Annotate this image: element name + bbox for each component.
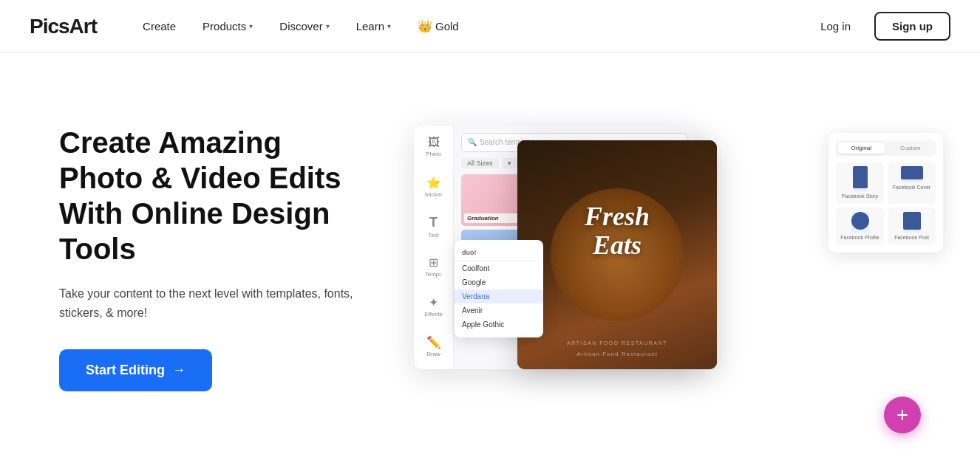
products-chevron-icon: ▾	[249, 22, 253, 30]
size-card-fb-profile[interactable]: Facebook Profile	[836, 208, 884, 245]
hero-section: Create Amazing Photo & Video Edits With …	[0, 53, 980, 463]
size-card-fb-post[interactable]: Facebook Post	[888, 208, 936, 245]
fab-button[interactable]: +	[884, 397, 921, 433]
canvas-text-overlay: Fresh Eats	[585, 202, 650, 261]
size-tab-custom[interactable]: Custom	[888, 143, 934, 154]
svg-rect-3	[903, 212, 921, 230]
svg-rect-2	[851, 212, 869, 230]
gold-crown-icon: 👑	[418, 19, 432, 33]
hero-image: 🖼 Photo ⭐ Sticker T Text ⊞ Templ.	[414, 126, 921, 391]
nav-learn-label: Learn	[356, 20, 384, 32]
discover-chevron-icon: ▾	[326, 22, 330, 30]
nav-discover[interactable]: Discover ▾	[269, 14, 339, 38]
sidebar-draw-icon[interactable]: ✏️ Draw	[420, 332, 448, 360]
size-card-fb-cover[interactable]: Facebook Cover	[888, 162, 936, 204]
font-item-google[interactable]: Google	[455, 275, 543, 289]
signup-button[interactable]: Sign up	[874, 12, 950, 41]
editor-mockup: 🖼 Photo ⭐ Sticker T Text ⊞ Templ.	[414, 126, 921, 391]
canvas-title: Fresh Eats	[585, 202, 650, 261]
canvas-panel: Fresh Eats Artisan Food Restaurant ARTIS…	[517, 140, 717, 369]
sizes-toolbar: Original Custom	[836, 140, 936, 156]
nav-links: Create Products ▾ Discover ▾ Learn ▾ 👑 G…	[132, 13, 806, 39]
size-icon-fb-post	[903, 212, 921, 233]
canvas-title-line1: Fresh	[585, 202, 650, 232]
canvas-background: Fresh Eats Artisan Food Restaurant ARTIS…	[517, 140, 717, 369]
cta-label: Start Editing	[86, 363, 165, 378]
font-panel-header: duo!	[455, 246, 543, 261]
logo-part2: Art	[69, 15, 97, 38]
login-button[interactable]: Log in	[806, 13, 865, 39]
font-item-avenir[interactable]: Avenir	[455, 303, 543, 318]
sizes-panel: Original Custom Facebook Story Fa	[828, 133, 943, 253]
hero-title: Create Amazing Photo & Video Edits With …	[59, 125, 370, 267]
sidebar-template-icon[interactable]: ⊞ Templ.	[420, 253, 448, 281]
sizes-grid: Facebook Story Facebook Cover Facebook P…	[836, 162, 936, 246]
nav-discover-label: Discover	[279, 20, 322, 32]
size-icon-fb-profile	[851, 212, 869, 233]
editor-sidebar: 🖼 Photo ⭐ Sticker T Text ⊞ Templ.	[414, 126, 454, 369]
size-icon-fb-story	[853, 166, 868, 191]
nav-products-label: Products	[203, 20, 246, 32]
canvas-restaurant-label: Artisan Food Restaurant	[576, 351, 658, 357]
nav-products[interactable]: Products ▾	[192, 14, 263, 38]
navigation: PicsArt Create Products ▾ Discover ▾ Lea…	[0, 0, 980, 53]
size-card-fb-story[interactable]: Facebook Story	[836, 162, 884, 204]
learn-chevron-icon: ▾	[387, 22, 391, 30]
canvas-title-line2: Eats	[585, 232, 650, 261]
start-editing-button[interactable]: Start Editing →	[59, 349, 212, 391]
nav-actions: Log in Sign up	[806, 12, 950, 41]
font-dropdown-panel: duo! Coolfont Google Verdana Avenir Appl…	[455, 240, 543, 337]
hero-subtitle: Take your content to the next level with…	[59, 284, 370, 322]
logo-part1: Pics	[30, 15, 69, 38]
filter-chip-allsizes[interactable]: All Sizes	[461, 158, 499, 168]
font-item-verdana[interactable]: Verdana	[455, 289, 543, 303]
sidebar-effects-icon[interactable]: ✦ Effects	[420, 292, 448, 320]
cta-arrow-icon: →	[172, 363, 186, 378]
size-tab-original[interactable]: Original	[838, 143, 885, 154]
hero-text: Create Amazing Photo & Video Edits With …	[59, 125, 370, 391]
sidebar-sticker-icon[interactable]: ⭐ Sticker	[420, 173, 448, 201]
nav-create-label: Create	[143, 20, 176, 32]
svg-rect-0	[853, 166, 868, 188]
font-item-applegothic[interactable]: Apple Gothic	[455, 318, 543, 332]
nav-learn[interactable]: Learn ▾	[346, 14, 401, 38]
svg-rect-1	[901, 166, 923, 179]
size-icon-fb-cover	[901, 166, 923, 182]
nav-gold-label: Gold	[435, 20, 459, 32]
logo[interactable]: PicsArt	[30, 15, 97, 38]
font-item-coolfont[interactable]: Coolfont	[455, 261, 543, 275]
canvas-subtitle-text: ARTISAN FOOD RESTAURANT	[567, 340, 667, 346]
nav-create[interactable]: Create	[132, 14, 186, 38]
sidebar-photo-icon[interactable]: 🖼 Photo	[420, 133, 448, 161]
nav-gold[interactable]: 👑 Gold	[407, 13, 469, 39]
filter-chip-dropdown[interactable]: ▾	[502, 158, 517, 168]
sidebar-text-icon[interactable]: T Text	[420, 213, 448, 241]
